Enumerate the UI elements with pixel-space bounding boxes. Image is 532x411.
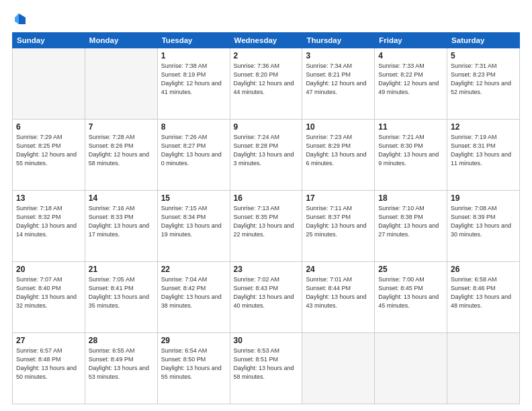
calendar-cell: 22Sunrise: 7:04 AM Sunset: 8:42 PM Dayli… bbox=[157, 262, 230, 333]
day-number: 8 bbox=[161, 122, 226, 132]
day-number: 15 bbox=[161, 193, 226, 203]
day-info: Sunrise: 6:57 AM Sunset: 8:48 PM Dayligh… bbox=[16, 347, 81, 381]
day-number: 20 bbox=[16, 265, 81, 274]
day-number: 5 bbox=[451, 51, 516, 60]
calendar-cell: 25Sunrise: 7:00 AM Sunset: 8:45 PM Dayli… bbox=[375, 262, 447, 333]
weekday-header: Saturday bbox=[447, 33, 520, 48]
day-number: 30 bbox=[234, 336, 299, 345]
day-number: 6 bbox=[16, 122, 81, 132]
day-info: Sunrise: 6:58 AM Sunset: 8:46 PM Dayligh… bbox=[451, 275, 516, 310]
day-info: Sunrise: 6:55 AM Sunset: 8:49 PM Dayligh… bbox=[89, 347, 154, 381]
calendar-cell: 24Sunrise: 7:01 AM Sunset: 8:44 PM Dayli… bbox=[302, 262, 375, 333]
day-number: 29 bbox=[161, 336, 226, 345]
calendar-cell: 17Sunrise: 7:11 AM Sunset: 8:37 PM Dayli… bbox=[302, 191, 375, 262]
calendar-cell: 14Sunrise: 7:16 AM Sunset: 8:33 PM Dayli… bbox=[85, 191, 157, 262]
calendar-cell: 21Sunrise: 7:05 AM Sunset: 8:41 PM Dayli… bbox=[85, 262, 157, 333]
day-info: Sunrise: 7:16 AM Sunset: 8:33 PM Dayligh… bbox=[89, 204, 154, 239]
calendar-cell: 7Sunrise: 7:28 AM Sunset: 8:26 PM Daylig… bbox=[85, 120, 157, 191]
weekday-header: Tuesday bbox=[157, 33, 230, 48]
calendar-week-row: 20Sunrise: 7:07 AM Sunset: 8:40 PM Dayli… bbox=[13, 262, 520, 333]
day-info: Sunrise: 7:10 AM Sunset: 8:38 PM Dayligh… bbox=[378, 204, 443, 239]
day-number: 21 bbox=[89, 265, 154, 274]
calendar-cell: 3Sunrise: 7:34 AM Sunset: 8:21 PM Daylig… bbox=[302, 48, 375, 120]
day-number: 19 bbox=[451, 193, 516, 203]
day-number: 9 bbox=[234, 122, 299, 132]
calendar-cell bbox=[375, 333, 447, 404]
day-info: Sunrise: 7:11 AM Sunset: 8:37 PM Dayligh… bbox=[306, 204, 371, 239]
logo-icon bbox=[13, 12, 27, 26]
day-info: Sunrise: 7:02 AM Sunset: 8:43 PM Dayligh… bbox=[234, 275, 299, 310]
day-number: 4 bbox=[378, 51, 443, 60]
calendar-cell: 19Sunrise: 7:08 AM Sunset: 8:39 PM Dayli… bbox=[447, 191, 520, 262]
calendar-week-row: 6Sunrise: 7:29 AM Sunset: 8:25 PM Daylig… bbox=[13, 120, 520, 191]
day-info: Sunrise: 7:01 AM Sunset: 8:44 PM Dayligh… bbox=[306, 275, 371, 310]
calendar-cell: 23Sunrise: 7:02 AM Sunset: 8:43 PM Dayli… bbox=[230, 262, 302, 333]
header bbox=[12, 12, 520, 26]
day-number: 14 bbox=[89, 193, 154, 203]
day-number: 11 bbox=[378, 122, 443, 132]
calendar-cell: 16Sunrise: 7:13 AM Sunset: 8:35 PM Dayli… bbox=[230, 191, 302, 262]
day-info: Sunrise: 7:15 AM Sunset: 8:34 PM Dayligh… bbox=[161, 204, 226, 239]
calendar-cell: 29Sunrise: 6:54 AM Sunset: 8:50 PM Dayli… bbox=[157, 333, 230, 404]
day-number: 1 bbox=[161, 51, 226, 60]
logo bbox=[12, 12, 27, 26]
day-info: Sunrise: 7:00 AM Sunset: 8:45 PM Dayligh… bbox=[378, 275, 443, 310]
day-number: 2 bbox=[234, 51, 299, 60]
day-number: 18 bbox=[378, 193, 443, 203]
day-info: Sunrise: 7:21 AM Sunset: 8:30 PM Dayligh… bbox=[378, 133, 443, 168]
day-number: 23 bbox=[234, 265, 299, 274]
day-number: 12 bbox=[451, 122, 516, 132]
day-info: Sunrise: 7:05 AM Sunset: 8:41 PM Dayligh… bbox=[89, 275, 154, 310]
day-number: 22 bbox=[161, 265, 226, 274]
day-number: 13 bbox=[16, 193, 81, 203]
day-number: 27 bbox=[16, 336, 81, 345]
day-info: Sunrise: 7:18 AM Sunset: 8:32 PM Dayligh… bbox=[16, 204, 81, 239]
day-info: Sunrise: 7:34 AM Sunset: 8:21 PM Dayligh… bbox=[306, 62, 371, 97]
calendar-cell bbox=[302, 333, 375, 404]
calendar-cell: 9Sunrise: 7:24 AM Sunset: 8:28 PM Daylig… bbox=[230, 120, 302, 191]
calendar-cell: 6Sunrise: 7:29 AM Sunset: 8:25 PM Daylig… bbox=[13, 120, 85, 191]
day-number: 7 bbox=[89, 122, 154, 132]
day-info: Sunrise: 7:24 AM Sunset: 8:28 PM Dayligh… bbox=[234, 133, 299, 168]
calendar-cell: 26Sunrise: 6:58 AM Sunset: 8:46 PM Dayli… bbox=[447, 262, 520, 333]
calendar-cell: 11Sunrise: 7:21 AM Sunset: 8:30 PM Dayli… bbox=[375, 120, 447, 191]
calendar-cell: 27Sunrise: 6:57 AM Sunset: 8:48 PM Dayli… bbox=[13, 333, 85, 404]
day-info: Sunrise: 7:07 AM Sunset: 8:40 PM Dayligh… bbox=[16, 275, 81, 310]
day-info: Sunrise: 7:26 AM Sunset: 8:27 PM Dayligh… bbox=[161, 133, 226, 168]
weekday-header: Thursday bbox=[302, 33, 375, 48]
day-info: Sunrise: 7:04 AM Sunset: 8:42 PM Dayligh… bbox=[161, 275, 226, 310]
calendar-cell: 28Sunrise: 6:55 AM Sunset: 8:49 PM Dayli… bbox=[85, 333, 157, 404]
calendar-cell: 13Sunrise: 7:18 AM Sunset: 8:32 PM Dayli… bbox=[13, 191, 85, 262]
day-info: Sunrise: 6:54 AM Sunset: 8:50 PM Dayligh… bbox=[161, 347, 226, 381]
weekday-header: Sunday bbox=[13, 33, 85, 48]
day-info: Sunrise: 7:31 AM Sunset: 8:23 PM Dayligh… bbox=[451, 62, 516, 97]
calendar-cell: 4Sunrise: 7:33 AM Sunset: 8:22 PM Daylig… bbox=[375, 48, 447, 120]
calendar-cell: 30Sunrise: 6:53 AM Sunset: 8:51 PM Dayli… bbox=[230, 333, 302, 404]
day-number: 16 bbox=[234, 193, 299, 203]
weekday-header: Friday bbox=[375, 33, 447, 48]
day-info: Sunrise: 7:08 AM Sunset: 8:39 PM Dayligh… bbox=[451, 204, 516, 239]
calendar-cell: 20Sunrise: 7:07 AM Sunset: 8:40 PM Dayli… bbox=[13, 262, 85, 333]
svg-marker-0 bbox=[19, 13, 26, 24]
day-info: Sunrise: 7:38 AM Sunset: 8:19 PM Dayligh… bbox=[161, 62, 226, 97]
page: SundayMondayTuesdayWednesdayThursdayFrid… bbox=[0, 0, 532, 411]
day-number: 17 bbox=[306, 193, 371, 203]
day-number: 3 bbox=[306, 51, 371, 60]
calendar-cell: 1Sunrise: 7:38 AM Sunset: 8:19 PM Daylig… bbox=[157, 48, 230, 120]
day-info: Sunrise: 7:23 AM Sunset: 8:29 PM Dayligh… bbox=[306, 133, 371, 168]
calendar-cell: 8Sunrise: 7:26 AM Sunset: 8:27 PM Daylig… bbox=[157, 120, 230, 191]
calendar-cell bbox=[447, 333, 520, 404]
calendar-cell: 2Sunrise: 7:36 AM Sunset: 8:20 PM Daylig… bbox=[230, 48, 302, 120]
day-info: Sunrise: 7:29 AM Sunset: 8:25 PM Dayligh… bbox=[16, 133, 81, 168]
calendar-table: SundayMondayTuesdayWednesdayThursdayFrid… bbox=[12, 32, 520, 404]
day-info: Sunrise: 7:19 AM Sunset: 8:31 PM Dayligh… bbox=[451, 133, 516, 168]
weekday-header: Monday bbox=[85, 33, 157, 48]
svg-marker-1 bbox=[15, 13, 19, 24]
calendar-week-row: 1Sunrise: 7:38 AM Sunset: 8:19 PM Daylig… bbox=[13, 48, 520, 120]
day-info: Sunrise: 7:28 AM Sunset: 8:26 PM Dayligh… bbox=[89, 133, 154, 168]
calendar-header-row: SundayMondayTuesdayWednesdayThursdayFrid… bbox=[13, 33, 520, 48]
calendar-cell: 5Sunrise: 7:31 AM Sunset: 8:23 PM Daylig… bbox=[447, 48, 520, 120]
day-number: 24 bbox=[306, 265, 371, 274]
day-number: 28 bbox=[89, 336, 154, 345]
calendar-cell: 12Sunrise: 7:19 AM Sunset: 8:31 PM Dayli… bbox=[447, 120, 520, 191]
